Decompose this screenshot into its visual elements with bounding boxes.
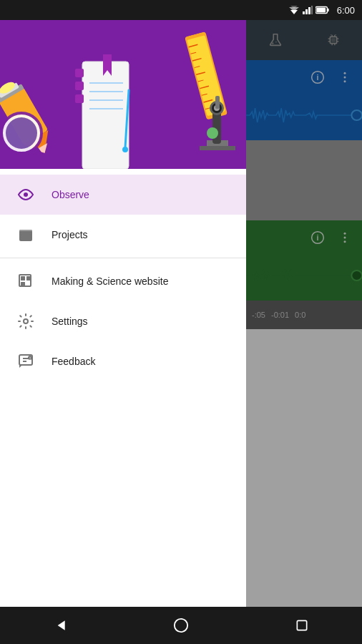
svg-rect-51 xyxy=(75,82,84,90)
observe-icon xyxy=(11,180,40,209)
svg-rect-5 xyxy=(308,7,310,14)
drawer-header xyxy=(0,20,246,169)
svg-point-80 xyxy=(24,192,28,197)
nav-item-observe[interactable]: Observe xyxy=(0,175,246,215)
external-link-icon xyxy=(11,267,40,296)
wifi-icon xyxy=(288,6,300,14)
feedback-label: Feedback xyxy=(52,356,95,367)
settings-icon xyxy=(11,307,40,336)
svg-rect-87 xyxy=(21,282,25,286)
projects-icon xyxy=(11,220,40,249)
drawer-overlay[interactable] xyxy=(246,20,362,607)
svg-rect-52 xyxy=(75,94,84,103)
nav-item-making-science[interactable]: Making & Science website xyxy=(0,261,246,301)
status-time: 6:00 xyxy=(337,5,355,16)
svg-rect-86 xyxy=(26,276,31,280)
battery-icon xyxy=(315,6,330,14)
svg-point-47 xyxy=(6,117,37,149)
svg-point-79 xyxy=(207,127,218,139)
nav-item-projects[interactable]: Projects xyxy=(0,215,246,255)
svg-rect-73 xyxy=(200,146,235,150)
magnifier-decoration xyxy=(0,104,54,169)
svg-line-48 xyxy=(36,150,48,165)
signal-icon xyxy=(303,6,313,14)
nav-item-settings[interactable]: Settings xyxy=(0,301,246,341)
status-icons: 6:00 xyxy=(288,5,355,16)
svg-rect-4 xyxy=(305,9,308,14)
svg-rect-6 xyxy=(311,6,313,14)
svg-rect-50 xyxy=(75,69,84,77)
svg-rect-78 xyxy=(215,96,220,109)
projects-label: Projects xyxy=(52,229,88,240)
svg-marker-95 xyxy=(58,620,65,630)
svg-rect-8 xyxy=(328,9,329,12)
navigation-drawer: Observe Projects xyxy=(0,20,246,607)
notebook-decoration xyxy=(72,54,136,169)
svg-rect-9 xyxy=(316,8,326,12)
svg-rect-97 xyxy=(297,620,306,630)
svg-rect-3 xyxy=(303,11,305,14)
svg-point-96 xyxy=(175,619,187,632)
svg-point-88 xyxy=(24,319,28,323)
home-button[interactable] xyxy=(173,618,189,633)
settings-label: Settings xyxy=(52,316,88,327)
microscope-decoration xyxy=(185,90,243,169)
drawer-nav: Observe Projects xyxy=(0,169,246,607)
status-bar: 6:00 xyxy=(0,0,362,20)
recent-apps-button[interactable] xyxy=(295,618,309,633)
feedback-icon: ! xyxy=(11,347,40,376)
nav-divider-1 xyxy=(0,258,246,258)
svg-rect-49 xyxy=(82,62,129,169)
svg-rect-85 xyxy=(21,276,25,280)
back-button[interactable] xyxy=(53,618,67,633)
nav-item-feedback[interactable]: ! Feedback xyxy=(0,341,246,381)
svg-point-59 xyxy=(122,147,128,152)
making-science-label: Making & Science website xyxy=(52,275,168,287)
main-content: i xyxy=(0,20,362,607)
observe-label: Observe xyxy=(52,189,89,200)
svg-rect-83 xyxy=(19,231,32,240)
bottom-navigation-bar xyxy=(0,607,362,644)
